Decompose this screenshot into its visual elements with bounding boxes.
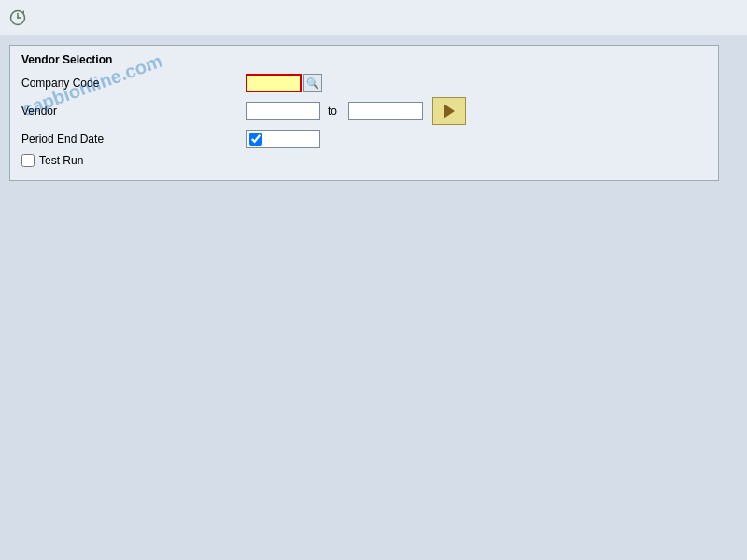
test-run-row: Test Run	[21, 154, 707, 167]
vendor-selection-section: Vendor Selection Company Code 🔍 Vendor t…	[9, 45, 719, 181]
execute-arrow-icon	[444, 104, 455, 119]
test-run-checkbox[interactable]	[21, 154, 35, 167]
period-end-date-checkbox[interactable]	[249, 133, 262, 146]
period-end-date-label: Period End Date	[21, 133, 246, 146]
company-code-row: Company Code 🔍	[21, 74, 707, 92]
search-icon: 🔍	[306, 77, 319, 90]
company-code-input[interactable]	[246, 74, 302, 92]
vendor-to-input[interactable]	[348, 102, 423, 120]
vendor-label: Vendor	[21, 105, 246, 118]
toolbar-clock-icon	[7, 7, 28, 28]
period-end-date-row: Period End Date	[21, 130, 707, 148]
period-end-date-field	[246, 130, 320, 148]
company-code-search-button[interactable]: 🔍	[303, 74, 322, 92]
to-label: to	[328, 105, 337, 118]
main-content: Vendor Selection Company Code 🔍 Vendor t…	[0, 35, 747, 190]
execute-button[interactable]	[432, 97, 466, 125]
section-title: Vendor Selection	[21, 53, 707, 66]
vendor-from-input[interactable]	[246, 102, 320, 120]
test-run-label: Test Run	[39, 154, 83, 167]
toolbar	[0, 0, 747, 35]
svg-point-3	[17, 17, 19, 19]
company-code-label: Company Code	[21, 77, 246, 90]
vendor-row: Vendor to	[21, 97, 707, 125]
